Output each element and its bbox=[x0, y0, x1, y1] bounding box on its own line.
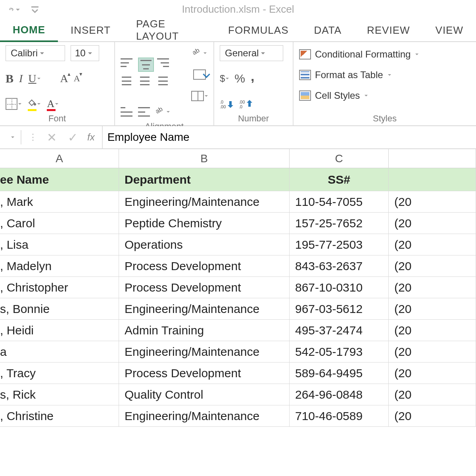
insert-function-button[interactable]: fx bbox=[83, 132, 102, 143]
font-color-button[interactable]: A bbox=[46, 96, 60, 112]
cell[interactable]: 867-10-0310 bbox=[290, 277, 389, 298]
tab-home[interactable]: HOME bbox=[0, 19, 58, 42]
table-row[interactable]: , MarkEngineering/Maintenance110-54-7055… bbox=[0, 191, 476, 213]
cell[interactable]: 542-05-1793 bbox=[290, 341, 389, 362]
cell[interactable]: Process Development bbox=[119, 363, 290, 384]
font-size-combo[interactable]: 10 bbox=[71, 45, 99, 61]
table-row[interactable]: , TracyProcess Development589-64-9495(20 bbox=[0, 363, 476, 384]
comma-format-button[interactable]: , bbox=[251, 71, 254, 86]
font-name-combo[interactable]: Calibri bbox=[6, 45, 65, 61]
cell[interactable]: (20 bbox=[389, 320, 476, 341]
cell[interactable]: , Tracy bbox=[0, 363, 119, 384]
cell[interactable]: , Carol bbox=[0, 213, 119, 234]
col-header-B[interactable]: B bbox=[119, 149, 290, 168]
cell[interactable]: s, Rick bbox=[0, 384, 119, 405]
col-header-D[interactable] bbox=[389, 149, 476, 168]
qat-customize-button[interactable] bbox=[29, 4, 40, 15]
cell[interactable]: (20 bbox=[389, 213, 476, 234]
cell[interactable]: 195-77-2503 bbox=[290, 234, 389, 255]
cell[interactable]: , Christopher bbox=[0, 277, 119, 298]
cell[interactable]: Engineering/Maintenance bbox=[119, 341, 290, 362]
align-right-button[interactable] bbox=[157, 77, 169, 85]
tab-data[interactable]: DATA bbox=[301, 19, 354, 41]
table-row[interactable]: , ChristineEngineering/Maintenance710-46… bbox=[0, 405, 476, 427]
increase-font-button[interactable]: A▲ bbox=[60, 71, 68, 86]
format-as-table-button[interactable]: Format as Table bbox=[299, 66, 470, 84]
cell[interactable]: Engineering/Maintenance bbox=[119, 191, 290, 212]
table-row[interactable]: aEngineering/Maintenance542-05-1793(20 bbox=[0, 341, 476, 363]
orientation-button[interactable] bbox=[192, 45, 207, 61]
cell[interactable]: , Christine bbox=[0, 405, 119, 426]
formula-bar-splitter[interactable]: ⋮ bbox=[25, 132, 41, 142]
col-header-C[interactable]: C bbox=[290, 149, 389, 168]
cell[interactable]: , Lisa bbox=[0, 234, 119, 255]
decrease-decimal-button[interactable]: .00.0 bbox=[239, 96, 252, 112]
decrease-indent-button[interactable] bbox=[121, 107, 132, 117]
align-bottom-button[interactable] bbox=[157, 58, 169, 67]
cell-styles-button[interactable]: Cell Styles bbox=[299, 86, 470, 105]
cell[interactable]: 495-37-2474 bbox=[290, 320, 389, 341]
cell[interactable]: , Heidi bbox=[0, 320, 119, 341]
header-cell[interactable] bbox=[389, 168, 476, 191]
col-header-A[interactable]: A bbox=[0, 149, 119, 168]
cell[interactable]: s, Bonnie bbox=[0, 298, 119, 319]
increase-indent-button[interactable] bbox=[138, 107, 150, 117]
cell[interactable]: 967-03-5612 bbox=[290, 298, 389, 319]
percent-format-button[interactable]: % bbox=[234, 71, 245, 86]
table-row[interactable]: , ChristopherProcess Development867-10-0… bbox=[0, 277, 476, 298]
cell[interactable]: 157-25-7652 bbox=[290, 213, 389, 234]
name-box-dropdown[interactable] bbox=[7, 126, 17, 148]
tab-review[interactable]: REVIEW bbox=[354, 19, 423, 41]
italic-button[interactable]: I bbox=[19, 71, 23, 86]
cell[interactable]: Operations bbox=[119, 234, 290, 255]
cancel-edit-button[interactable]: ✕ bbox=[41, 131, 62, 144]
wrap-text-button[interactable] bbox=[193, 67, 206, 83]
cell[interactable]: Engineering/Maintenance bbox=[119, 298, 290, 319]
table-header-row[interactable]: ee Name Department SS# bbox=[0, 168, 476, 191]
bold-button[interactable]: B bbox=[6, 71, 13, 86]
cell[interactable]: 589-64-9495 bbox=[290, 363, 389, 384]
cell[interactable]: Process Development bbox=[119, 255, 290, 276]
redo-button[interactable] bbox=[9, 4, 20, 15]
table-row[interactable]: , CarolPeptide Chemistry157-25-7652(20 bbox=[0, 213, 476, 234]
table-row[interactable]: s, RickQuality Control264-96-0848(20 bbox=[0, 384, 476, 405]
align-center-button[interactable] bbox=[139, 77, 151, 85]
cell[interactable]: Quality Control bbox=[119, 384, 290, 405]
cell[interactable]: (20 bbox=[389, 363, 476, 384]
accounting-format-button[interactable]: $ bbox=[220, 71, 229, 86]
header-cell[interactable]: ee Name bbox=[0, 168, 119, 191]
fill-color-button[interactable] bbox=[27, 96, 40, 112]
table-row[interactable]: , LisaOperations195-77-2503(20 bbox=[0, 234, 476, 255]
cell[interactable]: 710-46-0589 bbox=[290, 405, 389, 426]
cell[interactable]: 110-54-7055 bbox=[290, 191, 389, 212]
tab-view[interactable]: VIEW bbox=[423, 19, 476, 41]
header-cell[interactable]: SS# bbox=[290, 168, 389, 191]
conditional-formatting-button[interactable]: Conditional Formatting bbox=[299, 45, 470, 63]
cell[interactable]: (20 bbox=[389, 234, 476, 255]
decrease-font-button[interactable]: A▼ bbox=[74, 71, 80, 86]
cell[interactable]: (20 bbox=[389, 277, 476, 298]
align-left-button[interactable] bbox=[121, 77, 132, 85]
tab-pagelayout[interactable]: PAGE LAYOUT bbox=[123, 19, 215, 41]
tab-formulas[interactable]: FORMULAS bbox=[215, 19, 301, 41]
worksheet[interactable]: A B C ee Name Department SS# , MarkEngin… bbox=[0, 149, 476, 427]
cell[interactable]: 264-96-0848 bbox=[290, 384, 389, 405]
cell[interactable]: (20 bbox=[389, 405, 476, 426]
enter-edit-button[interactable]: ✓ bbox=[62, 131, 83, 144]
cell[interactable]: , Mark bbox=[0, 191, 119, 212]
formula-input[interactable] bbox=[102, 126, 476, 148]
cell[interactable]: Process Development bbox=[119, 277, 290, 298]
cell[interactable]: Admin Training bbox=[119, 320, 290, 341]
cell[interactable]: (20 bbox=[389, 341, 476, 362]
cell[interactable]: a bbox=[0, 341, 119, 362]
orientation-rotate-button[interactable] bbox=[155, 104, 170, 120]
merge-center-button[interactable] bbox=[191, 88, 208, 104]
number-format-combo[interactable]: General bbox=[220, 45, 283, 61]
align-middle-button[interactable] bbox=[139, 58, 153, 71]
table-row[interactable]: , HeidiAdmin Training495-37-2474(20 bbox=[0, 320, 476, 341]
cell[interactable]: Engineering/Maintenance bbox=[119, 405, 290, 426]
header-cell[interactable]: Department bbox=[119, 168, 290, 191]
borders-button[interactable] bbox=[6, 96, 21, 112]
cell[interactable]: Peptide Chemistry bbox=[119, 213, 290, 234]
tab-insert[interactable]: INSERT bbox=[58, 19, 123, 41]
